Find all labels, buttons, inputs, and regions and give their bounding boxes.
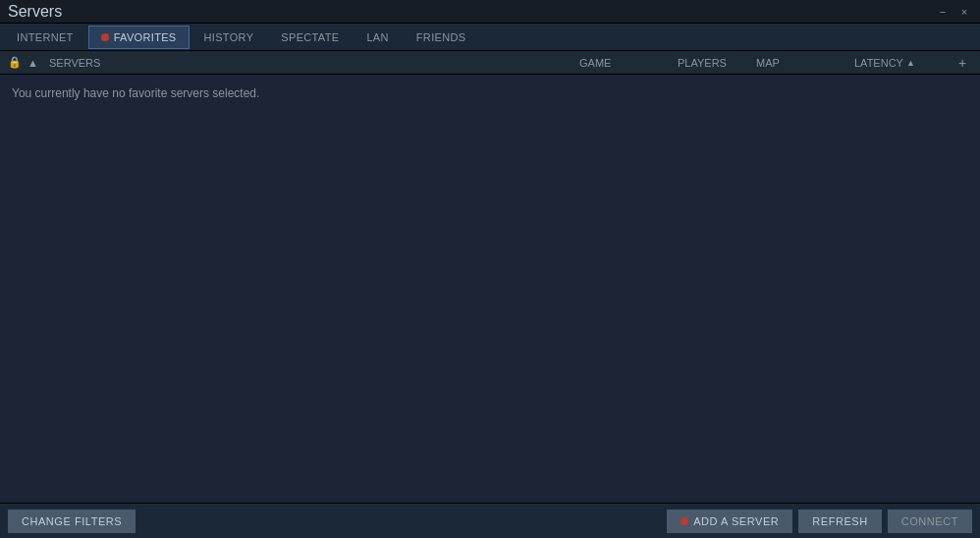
latency-label: LATENCY <box>854 57 903 69</box>
add-column-button[interactable]: + <box>953 55 972 71</box>
column-headers: 🔒 ▲ SERVERS GAME PLAYERS MAP LATENCY ▲ + <box>0 51 980 75</box>
col-header-servers: SERVERS <box>49 57 579 69</box>
title-bar-controls: − × <box>935 4 972 20</box>
change-filters-button[interactable]: CHANGE FILTERS <box>8 510 136 533</box>
favorites-dot <box>101 33 109 41</box>
tab-lan[interactable]: LAN <box>354 26 401 49</box>
add-server-label: ADD A SERVER <box>693 515 779 527</box>
lock-icon: 🔒 <box>8 56 22 69</box>
col-header-latency: LATENCY ▲ <box>854 57 953 69</box>
close-button[interactable]: × <box>956 4 972 20</box>
col-header-map: MAP <box>756 57 854 69</box>
tab-favorites-label: FAVORITES <box>114 31 177 43</box>
bottom-right-actions: ADD A SERVER REFRESH CONNECT <box>667 510 972 533</box>
title-bar: Servers − × <box>0 0 980 24</box>
tab-history[interactable]: HISTORY <box>191 26 267 49</box>
bottom-bar: CHANGE FILTERS ADD A SERVER REFRESH CONN… <box>0 503 980 538</box>
tab-favorites[interactable]: FAVORITES <box>88 26 190 49</box>
add-server-dot <box>681 517 688 525</box>
server-list-area: You currently have no favorite servers s… <box>0 75 980 503</box>
tab-internet[interactable]: INTERNET <box>4 26 86 49</box>
refresh-button[interactable]: REFRESH <box>798 510 881 533</box>
add-server-button[interactable]: ADD A SERVER <box>667 510 792 533</box>
boost-icon: ▲ <box>27 57 41 69</box>
connect-button[interactable]: CONNECT <box>888 510 972 533</box>
tab-friends[interactable]: FRIENDS <box>404 26 479 49</box>
empty-state-message: You currently have no favorite servers s… <box>8 82 263 104</box>
window-title: Servers <box>8 3 62 21</box>
latency-sort-icon: ▲ <box>906 58 915 68</box>
col-header-game: GAME <box>579 57 678 69</box>
bottom-left-actions: CHANGE FILTERS <box>8 510 136 533</box>
minimize-button[interactable]: − <box>935 4 951 20</box>
tab-bar: INTERNET FAVORITES HISTORY SPECTATE LAN … <box>0 24 980 51</box>
tab-spectate[interactable]: SPECTATE <box>268 26 352 49</box>
col-header-players: PLAYERS <box>678 57 756 69</box>
